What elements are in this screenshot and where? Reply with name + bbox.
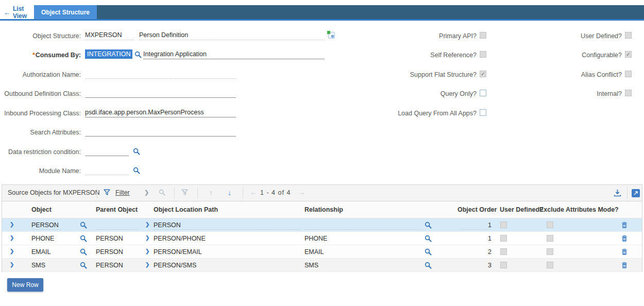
object-order-cell: 1 bbox=[461, 234, 492, 243]
path-drilldown-icon[interactable]: ❯ bbox=[145, 235, 149, 241]
delete-row-icon[interactable] bbox=[621, 248, 628, 256]
col-object: Object bbox=[31, 206, 52, 213]
object-location-path-cell[interactable]: PERSON bbox=[154, 221, 301, 230]
user-defined-label: User Defined? bbox=[505, 32, 622, 41]
data-restriction-condition-label: Data restriction condition: bbox=[0, 148, 81, 157]
path-drilldown-icon[interactable]: ❯ bbox=[145, 248, 149, 254]
object-structure-label: Object Structure: bbox=[0, 32, 81, 41]
row-expand-chevron-icon[interactable]: ❯ bbox=[10, 262, 14, 267]
delete-row-icon[interactable] bbox=[621, 222, 628, 229]
relationship-lookup-icon[interactable] bbox=[425, 222, 432, 229]
col-parent-object: Parent Object bbox=[96, 206, 138, 213]
row-expand-chevron-icon[interactable]: ❯ bbox=[10, 235, 14, 241]
path-drilldown-icon[interactable]: ❯ bbox=[145, 222, 149, 227]
row-user-defined-checkbox bbox=[500, 235, 507, 242]
object-structure-description-field[interactable]: Person Definition bbox=[139, 31, 325, 40]
configurable-label: Configurable? bbox=[505, 51, 622, 60]
table-row[interactable]: ❯ PHONE PERSON ❯ PERSON/PHONE PHONE 1 bbox=[2, 232, 642, 245]
move-down-icon[interactable]: ↓ bbox=[228, 189, 231, 196]
alias-conflict-checkbox bbox=[625, 71, 632, 77]
inbound-processing-class-field[interactable]: psdi.iface.app.person.MaxPersonProcess bbox=[85, 108, 236, 117]
table-row[interactable]: ❯ EMAIL PERSON ❯ PERSON/EMAIL EMAIL 2 bbox=[2, 245, 642, 259]
object-cell: SMS bbox=[31, 261, 45, 270]
relationship-cell: EMAIL bbox=[304, 248, 324, 257]
parent-object-cell[interactable] bbox=[96, 221, 138, 230]
load-query-from-all-apps-checkbox[interactable] bbox=[480, 109, 486, 116]
module-name-lookup-icon[interactable] bbox=[133, 167, 140, 174]
object-cell: EMAIL bbox=[31, 248, 51, 257]
relationship-lookup-icon[interactable] bbox=[425, 248, 432, 256]
relationship-lookup-icon[interactable] bbox=[425, 235, 432, 242]
relationship-cell[interactable] bbox=[304, 221, 423, 230]
search-attributes-label: Search Attributes: bbox=[0, 128, 81, 137]
configurable-checkbox: ✓ bbox=[625, 51, 632, 58]
object-order-cell: 2 bbox=[461, 248, 492, 257]
filter-search-icon bbox=[159, 189, 165, 196]
object-cell: PHONE bbox=[31, 234, 54, 243]
filter-expand-chevron-icon[interactable]: ❯ bbox=[144, 189, 149, 196]
module-name-field[interactable] bbox=[85, 166, 129, 175]
path-drilldown-icon[interactable]: ❯ bbox=[145, 262, 149, 267]
delete-row-icon[interactable] bbox=[621, 235, 628, 242]
move-up-icon: ↑ bbox=[209, 189, 213, 196]
source-objects-table: Source Objects for MXPERSON Filter ❯ ↑ ↓… bbox=[2, 184, 642, 272]
new-row-button[interactable]: New Row bbox=[7, 278, 43, 292]
consumed-by-label: *Consumed By: bbox=[0, 51, 81, 60]
filter-funnel-icon[interactable] bbox=[104, 189, 110, 196]
row-exclude-attributes-checkbox bbox=[547, 248, 553, 255]
object-location-path-cell: PERSON/PHONE bbox=[154, 234, 206, 243]
prev-page-icon: ← bbox=[250, 189, 257, 196]
object-lookup-icon[interactable] bbox=[80, 235, 87, 242]
consumed-by-description-field[interactable]: Integration Application bbox=[143, 50, 325, 59]
tab-object-structure[interactable]: Object Structure bbox=[34, 5, 97, 19]
support-flat-structure-label: Support Flat Structure? bbox=[309, 71, 477, 79]
maximize-icon[interactable] bbox=[632, 189, 640, 197]
object-lookup-icon[interactable] bbox=[80, 222, 87, 229]
module-name-label: Module Name: bbox=[0, 167, 81, 176]
consumed-by-lookup-icon[interactable] bbox=[134, 51, 142, 58]
primary-api-label: Primary API? bbox=[309, 32, 477, 41]
row-expand-chevron-icon[interactable]: ❯ bbox=[10, 248, 14, 254]
col-user-defined: User Defined? bbox=[500, 206, 544, 213]
consumed-by-field[interactable]: INTEGRATION bbox=[85, 49, 132, 59]
outbound-definition-class-label: Outbound Definition Class: bbox=[0, 90, 81, 98]
row-exclude-attributes-checkbox bbox=[547, 262, 553, 268]
authorization-name-field[interactable] bbox=[85, 70, 236, 79]
table-row[interactable]: ❯ SMS PERSON ❯ PERSON/SMS SMS 3 bbox=[2, 259, 642, 272]
parent-object-cell: PERSON bbox=[96, 234, 123, 243]
self-reference-label: Self Reference? bbox=[309, 51, 477, 60]
authorization-name-label: Authorization Name: bbox=[0, 71, 81, 79]
object-structure-field[interactable]: MXPERSON bbox=[85, 31, 134, 40]
parent-object-cell: PERSON bbox=[96, 261, 123, 270]
inbound-processing-class-label: Inbound Processing Class: bbox=[0, 109, 81, 118]
filter-link[interactable]: Filter bbox=[115, 189, 130, 196]
relationship-cell: SMS bbox=[304, 261, 318, 270]
internal-label: Internal? bbox=[505, 90, 622, 98]
primary-api-checkbox bbox=[480, 32, 486, 39]
row-user-defined-checkbox bbox=[500, 222, 507, 228]
object-location-path-cell: PERSON/EMAIL bbox=[154, 248, 202, 257]
back-to-list-view-link[interactable]: ← List View bbox=[0, 5, 34, 19]
back-arrow-icon: ← bbox=[4, 9, 11, 16]
row-expand-chevron-icon[interactable]: ❯ bbox=[10, 222, 14, 227]
next-page-icon: → bbox=[298, 189, 305, 196]
search-attributes-field[interactable] bbox=[85, 127, 236, 137]
object-location-path-cell: PERSON/SMS bbox=[154, 261, 196, 270]
object-cell[interactable]: PERSON bbox=[31, 221, 61, 230]
toolbar-separator bbox=[243, 187, 243, 199]
data-restriction-lookup-icon[interactable] bbox=[133, 148, 140, 155]
download-icon[interactable] bbox=[614, 189, 621, 197]
object-order-cell: 3 bbox=[461, 261, 492, 270]
query-only-checkbox[interactable] bbox=[480, 90, 486, 96]
pagination-text: 1 - 4 of 4 bbox=[260, 189, 291, 196]
object-lookup-icon[interactable] bbox=[80, 248, 87, 256]
active-tab-label: Object Structure bbox=[41, 9, 90, 16]
relationship-lookup-icon[interactable] bbox=[425, 262, 432, 269]
object-order-cell[interactable]: 1 bbox=[461, 221, 492, 230]
delete-row-icon[interactable] bbox=[621, 262, 628, 269]
table-row[interactable]: ❯ PERSON ❯ PERSON 1 bbox=[2, 218, 642, 232]
object-lookup-icon[interactable] bbox=[80, 262, 87, 269]
outbound-definition-class-field[interactable] bbox=[85, 89, 236, 98]
alias-conflict-label: Alias Conflict? bbox=[505, 71, 622, 79]
data-restriction-condition-field[interactable] bbox=[85, 147, 129, 156]
